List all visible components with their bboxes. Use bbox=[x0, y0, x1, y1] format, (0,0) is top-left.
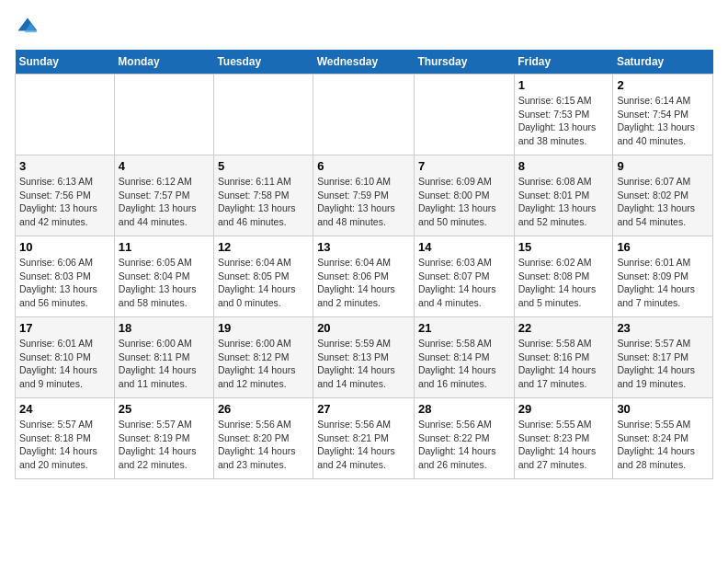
calendar-cell: 10Sunrise: 6:06 AM Sunset: 8:03 PM Dayli… bbox=[16, 236, 115, 317]
cell-content: Sunrise: 6:06 AM Sunset: 8:03 PM Dayligh… bbox=[19, 256, 110, 310]
day-number: 5 bbox=[218, 159, 309, 173]
header-day-monday: Monday bbox=[114, 50, 213, 75]
day-number: 16 bbox=[617, 240, 709, 254]
cell-content: Sunrise: 6:04 AM Sunset: 8:05 PM Dayligh… bbox=[218, 256, 309, 310]
header-day-sunday: Sunday bbox=[16, 50, 115, 75]
calendar-cell: 21Sunrise: 5:58 AM Sunset: 8:14 PM Dayli… bbox=[414, 317, 514, 398]
day-number: 24 bbox=[19, 402, 110, 416]
calendar-cell: 16Sunrise: 6:01 AM Sunset: 8:09 PM Dayli… bbox=[613, 236, 713, 317]
cell-content: Sunrise: 5:55 AM Sunset: 8:24 PM Dayligh… bbox=[617, 418, 709, 472]
calendar-header: SundayMondayTuesdayWednesdayThursdayFrid… bbox=[16, 50, 713, 75]
header-day-tuesday: Tuesday bbox=[213, 50, 313, 75]
cell-content: Sunrise: 5:59 AM Sunset: 8:13 PM Dayligh… bbox=[317, 337, 410, 391]
calendar-cell bbox=[114, 75, 213, 155]
day-number: 17 bbox=[19, 321, 110, 335]
cell-content: Sunrise: 6:07 AM Sunset: 8:02 PM Dayligh… bbox=[617, 175, 709, 229]
cell-content: Sunrise: 6:09 AM Sunset: 8:00 PM Dayligh… bbox=[418, 175, 510, 229]
day-number: 13 bbox=[317, 240, 410, 254]
header-day-wednesday: Wednesday bbox=[313, 50, 415, 75]
day-number: 20 bbox=[317, 321, 410, 335]
cell-content: Sunrise: 6:01 AM Sunset: 8:10 PM Dayligh… bbox=[19, 337, 110, 391]
calendar-cell: 8Sunrise: 6:08 AM Sunset: 8:01 PM Daylig… bbox=[514, 155, 613, 236]
cell-content: Sunrise: 5:58 AM Sunset: 8:16 PM Dayligh… bbox=[518, 337, 609, 391]
day-number: 14 bbox=[418, 240, 510, 254]
day-number: 29 bbox=[518, 402, 609, 416]
cell-content: Sunrise: 6:15 AM Sunset: 7:53 PM Dayligh… bbox=[518, 94, 609, 148]
week-row-1: 1Sunrise: 6:15 AM Sunset: 7:53 PM Daylig… bbox=[16, 75, 713, 155]
calendar-cell: 24Sunrise: 5:57 AM Sunset: 8:18 PM Dayli… bbox=[16, 398, 115, 479]
cell-content: Sunrise: 5:57 AM Sunset: 8:18 PM Dayligh… bbox=[19, 418, 110, 472]
cell-content: Sunrise: 5:58 AM Sunset: 8:14 PM Dayligh… bbox=[418, 337, 510, 391]
calendar-cell: 6Sunrise: 6:10 AM Sunset: 7:59 PM Daylig… bbox=[313, 155, 415, 236]
day-number: 28 bbox=[418, 402, 510, 416]
calendar-cell: 15Sunrise: 6:02 AM Sunset: 8:08 PM Dayli… bbox=[514, 236, 613, 317]
day-number: 18 bbox=[119, 321, 210, 335]
day-number: 3 bbox=[19, 159, 110, 173]
cell-content: Sunrise: 5:56 AM Sunset: 8:20 PM Dayligh… bbox=[218, 418, 309, 472]
day-number: 2 bbox=[617, 78, 709, 92]
cell-content: Sunrise: 6:02 AM Sunset: 8:08 PM Dayligh… bbox=[518, 256, 609, 310]
cell-content: Sunrise: 6:14 AM Sunset: 7:54 PM Dayligh… bbox=[617, 94, 709, 148]
cell-content: Sunrise: 6:03 AM Sunset: 8:07 PM Dayligh… bbox=[418, 256, 510, 310]
calendar-cell: 12Sunrise: 6:04 AM Sunset: 8:05 PM Dayli… bbox=[213, 236, 313, 317]
calendar-cell: 20Sunrise: 5:59 AM Sunset: 8:13 PM Dayli… bbox=[313, 317, 415, 398]
header-row: SundayMondayTuesdayWednesdayThursdayFrid… bbox=[16, 50, 713, 75]
cell-content: Sunrise: 6:12 AM Sunset: 7:57 PM Dayligh… bbox=[119, 175, 210, 229]
calendar-cell: 7Sunrise: 6:09 AM Sunset: 8:00 PM Daylig… bbox=[414, 155, 514, 236]
week-row-4: 17Sunrise: 6:01 AM Sunset: 8:10 PM Dayli… bbox=[16, 317, 713, 398]
calendar-cell: 19Sunrise: 6:00 AM Sunset: 8:12 PM Dayli… bbox=[213, 317, 313, 398]
calendar-cell: 11Sunrise: 6:05 AM Sunset: 8:04 PM Dayli… bbox=[114, 236, 213, 317]
calendar-cell bbox=[414, 75, 514, 155]
calendar-cell: 9Sunrise: 6:07 AM Sunset: 8:02 PM Daylig… bbox=[613, 155, 713, 236]
day-number: 27 bbox=[317, 402, 410, 416]
week-row-5: 24Sunrise: 5:57 AM Sunset: 8:18 PM Dayli… bbox=[16, 398, 713, 479]
week-row-3: 10Sunrise: 6:06 AM Sunset: 8:03 PM Dayli… bbox=[16, 236, 713, 317]
cell-content: Sunrise: 5:57 AM Sunset: 8:19 PM Dayligh… bbox=[119, 418, 210, 472]
week-row-2: 3Sunrise: 6:13 AM Sunset: 7:56 PM Daylig… bbox=[16, 155, 713, 236]
page-header bbox=[15, 15, 713, 40]
header-day-friday: Friday bbox=[514, 50, 613, 75]
logo bbox=[15, 15, 44, 40]
calendar-cell: 13Sunrise: 6:04 AM Sunset: 8:06 PM Dayli… bbox=[313, 236, 415, 317]
day-number: 19 bbox=[218, 321, 309, 335]
cell-content: Sunrise: 6:00 AM Sunset: 8:11 PM Dayligh… bbox=[119, 337, 210, 391]
day-number: 1 bbox=[518, 78, 609, 92]
cell-content: Sunrise: 6:05 AM Sunset: 8:04 PM Dayligh… bbox=[119, 256, 210, 310]
calendar-cell bbox=[213, 75, 313, 155]
day-number: 22 bbox=[518, 321, 609, 335]
calendar-cell: 5Sunrise: 6:11 AM Sunset: 7:58 PM Daylig… bbox=[213, 155, 313, 236]
calendar-cell bbox=[313, 75, 415, 155]
cell-content: Sunrise: 5:56 AM Sunset: 8:22 PM Dayligh… bbox=[418, 418, 510, 472]
cell-content: Sunrise: 6:10 AM Sunset: 7:59 PM Dayligh… bbox=[317, 175, 410, 229]
calendar-cell: 22Sunrise: 5:58 AM Sunset: 8:16 PM Dayli… bbox=[514, 317, 613, 398]
day-number: 25 bbox=[119, 402, 210, 416]
day-number: 26 bbox=[218, 402, 309, 416]
day-number: 10 bbox=[19, 240, 110, 254]
day-number: 7 bbox=[418, 159, 510, 173]
cell-content: Sunrise: 6:01 AM Sunset: 8:09 PM Dayligh… bbox=[617, 256, 709, 310]
calendar-cell: 30Sunrise: 5:55 AM Sunset: 8:24 PM Dayli… bbox=[613, 398, 713, 479]
logo-icon bbox=[15, 15, 40, 40]
day-number: 8 bbox=[518, 159, 609, 173]
cell-content: Sunrise: 6:13 AM Sunset: 7:56 PM Dayligh… bbox=[19, 175, 110, 229]
calendar-cell: 27Sunrise: 5:56 AM Sunset: 8:21 PM Dayli… bbox=[313, 398, 415, 479]
calendar-cell: 4Sunrise: 6:12 AM Sunset: 7:57 PM Daylig… bbox=[114, 155, 213, 236]
header-day-thursday: Thursday bbox=[414, 50, 514, 75]
calendar-cell: 17Sunrise: 6:01 AM Sunset: 8:10 PM Dayli… bbox=[16, 317, 115, 398]
calendar-cell: 26Sunrise: 5:56 AM Sunset: 8:20 PM Dayli… bbox=[213, 398, 313, 479]
cell-content: Sunrise: 5:55 AM Sunset: 8:23 PM Dayligh… bbox=[518, 418, 609, 472]
calendar-cell: 1Sunrise: 6:15 AM Sunset: 7:53 PM Daylig… bbox=[514, 75, 613, 155]
calendar-cell: 25Sunrise: 5:57 AM Sunset: 8:19 PM Dayli… bbox=[114, 398, 213, 479]
calendar-cell: 18Sunrise: 6:00 AM Sunset: 8:11 PM Dayli… bbox=[114, 317, 213, 398]
cell-content: Sunrise: 6:08 AM Sunset: 8:01 PM Dayligh… bbox=[518, 175, 609, 229]
calendar-cell: 3Sunrise: 6:13 AM Sunset: 7:56 PM Daylig… bbox=[16, 155, 115, 236]
day-number: 23 bbox=[617, 321, 709, 335]
calendar-cell: 29Sunrise: 5:55 AM Sunset: 8:23 PM Dayli… bbox=[514, 398, 613, 479]
day-number: 15 bbox=[518, 240, 609, 254]
day-number: 11 bbox=[119, 240, 210, 254]
calendar-cell: 23Sunrise: 5:57 AM Sunset: 8:17 PM Dayli… bbox=[613, 317, 713, 398]
calendar-cell: 28Sunrise: 5:56 AM Sunset: 8:22 PM Dayli… bbox=[414, 398, 514, 479]
calendar-table: SundayMondayTuesdayWednesdayThursdayFrid… bbox=[15, 50, 713, 479]
cell-content: Sunrise: 6:04 AM Sunset: 8:06 PM Dayligh… bbox=[317, 256, 410, 310]
cell-content: Sunrise: 6:11 AM Sunset: 7:58 PM Dayligh… bbox=[218, 175, 309, 229]
